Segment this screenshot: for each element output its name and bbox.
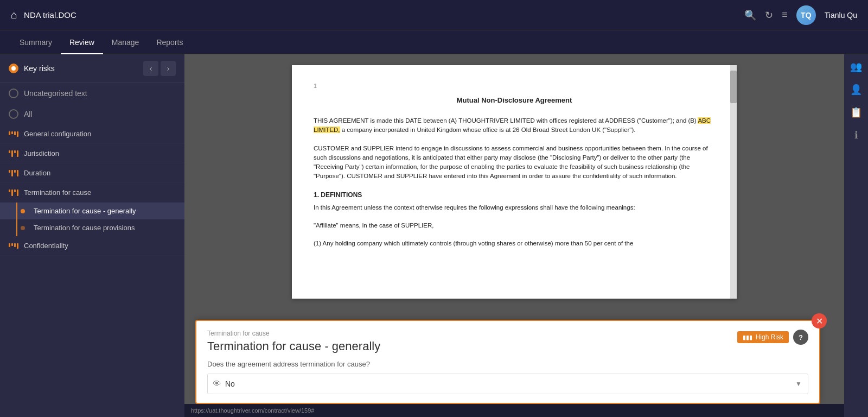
status-url: https://uat.thoughtriver.com/contract/vi… — [191, 407, 314, 414]
users-icon[interactable]: 👥 — [850, 61, 862, 73]
document-icon[interactable]: 📋 — [850, 106, 862, 118]
doc-para2: CUSTOMER and SUPPLIER intend to engage i… — [314, 144, 715, 181]
panel-answer-select[interactable]: No Yes Unknown — [207, 374, 808, 394]
doc-affiliate: "Affiliate" means, in the case of SUPPLI… — [314, 221, 715, 230]
eye-icon: 👁 — [213, 379, 221, 389]
termination-group: Termination for cause - generally Termin… — [0, 203, 184, 236]
general-config-icon — [9, 131, 18, 137]
uncategorised-label: Uncategorised text — [24, 89, 87, 98]
termination-generally-connector — [17, 209, 28, 213]
topbar: ⌂ NDA trial.DOC 🔍 ↻ ≡ TQ Tianlu Qu — [0, 0, 868, 30]
sidebar-item-duration[interactable]: Duration — [0, 163, 184, 183]
help-button[interactable]: ? — [793, 330, 808, 345]
tab-summary[interactable]: Summary — [11, 30, 61, 54]
key-risks-radio[interactable] — [9, 64, 18, 73]
doc-section1-text: In this Agreement unless the context oth… — [314, 203, 715, 212]
next-arrow[interactable]: › — [161, 61, 176, 76]
panel-overlay: ✕ Termination for cause Termination for … — [195, 320, 820, 404]
termination-generally-label: Termination for cause - generally — [34, 207, 136, 215]
sidebar-items-list: General configuration Jurisdiction — [0, 124, 184, 417]
doc-scrollthumb — [730, 71, 737, 103]
doc-para1: THIS AGREEMENT is made this DATE between… — [314, 116, 715, 135]
radio-inner — [11, 66, 16, 71]
jurisdiction-icon — [9, 150, 18, 157]
all-label: All — [24, 110, 33, 118]
uncategorised-radio — [9, 89, 18, 98]
panel-category: Termination for cause — [207, 330, 380, 337]
sidebar-option-all[interactable]: All — [0, 104, 184, 124]
sidebar-item-jurisdiction[interactable]: Jurisdiction — [0, 144, 184, 163]
doc-affiliate-sub: (1) Any holding company which ultimately… — [314, 239, 715, 248]
panel-question: Does the agreement address termination f… — [207, 360, 808, 368]
tab-manage[interactable]: Manage — [103, 30, 148, 54]
nav-tabs: Summary Review Manage Reports — [0, 30, 868, 54]
home-icon[interactable]: ⌂ — [11, 9, 17, 21]
highlight-abc: ABC LIMITED, — [314, 117, 711, 133]
tab-review[interactable]: Review — [61, 30, 103, 54]
info-icon[interactable]: ℹ — [854, 129, 858, 141]
panel-header-right: ▮▮▮ High Risk ? — [737, 330, 808, 345]
high-risk-icon: ▮▮▮ — [743, 334, 752, 341]
key-risks-row: Key risks — [9, 64, 55, 73]
user-name: Tianlu Qu — [825, 11, 857, 20]
sidebar-item-termination-cause[interactable]: Termination for cause — [0, 183, 184, 203]
topbar-left: ⌂ NDA trial.DOC — [11, 9, 76, 21]
search-icon[interactable]: 🔍 — [744, 9, 756, 21]
duration-label: Duration — [24, 169, 50, 177]
termination-connector-line — [16, 203, 17, 236]
doc-viewer[interactable]: 1 Mutual Non-Disclosure Agreement THIS A… — [184, 54, 844, 404]
high-risk-label: High Risk — [756, 333, 783, 341]
nav-arrows: ‹ › — [143, 61, 176, 76]
status-bar: https://uat.thoughtriver.com/contract/vi… — [184, 404, 844, 417]
sidebar: Key risks ‹ › Uncategorised text All — [0, 54, 184, 417]
sidebar-item-general-config[interactable]: General configuration — [0, 124, 184, 144]
panel-header-left: Termination for cause Termination for ca… — [207, 330, 380, 353]
panel-close-button[interactable]: ✕ — [812, 313, 827, 328]
doc-section1-title: 1. DEFINITIONS — [314, 190, 715, 200]
sidebar-item-confidentiality[interactable]: Confidentiality — [0, 236, 184, 256]
sidebar-item-termination-provisions[interactable]: Termination for cause provisions — [0, 219, 184, 236]
high-risk-badge: ▮▮▮ High Risk — [737, 331, 789, 343]
doc-title: NDA trial.DOC — [24, 10, 76, 20]
content-wrapper: 1 Mutual Non-Disclosure Agreement THIS A… — [184, 54, 844, 417]
panel-header: Termination for cause Termination for ca… — [207, 330, 808, 353]
panel-title: Termination for cause - generally — [207, 339, 380, 353]
refresh-icon[interactable]: ↻ — [765, 9, 773, 21]
prev-arrow[interactable]: ‹ — [143, 61, 158, 76]
panel-select-wrap: 👁 No Yes Unknown ▼ — [207, 374, 808, 394]
termination-cause-label: Termination for cause — [24, 188, 91, 197]
termination-cause-icon — [9, 189, 18, 196]
termination-provisions-dot — [21, 226, 25, 230]
sidebar-key-risks-header: Key risks ‹ › — [0, 54, 184, 83]
doc-paper: 1 Mutual Non-Disclosure Agreement THIS A… — [292, 65, 737, 299]
tab-reports[interactable]: Reports — [148, 30, 192, 54]
doc-title: Mutual Non-Disclosure Agreement — [314, 95, 715, 106]
topbar-right: 🔍 ↻ ≡ TQ Tianlu Qu — [744, 5, 857, 25]
termination-generally-dot — [21, 209, 25, 213]
sidebar-item-termination-generally[interactable]: Termination for cause - generally — [0, 203, 184, 219]
topbar-icons: 🔍 ↻ ≡ — [744, 9, 788, 21]
sidebar-option-uncategorised[interactable]: Uncategorised text — [0, 83, 184, 104]
key-risks-label: Key risks — [24, 64, 55, 73]
termination-provisions-connector — [17, 226, 28, 230]
menu-icon[interactable]: ≡ — [782, 9, 788, 21]
confidentiality-icon — [9, 243, 18, 249]
right-sidebar: 👥 👤 📋 ℹ — [844, 54, 868, 417]
general-config-label: General configuration — [24, 130, 91, 138]
avatar[interactable]: TQ — [796, 5, 816, 25]
confidentiality-label: Confidentiality — [24, 242, 68, 250]
jurisdiction-label: Jurisdiction — [24, 149, 59, 157]
main-layout: Key risks ‹ › Uncategorised text All — [0, 54, 868, 417]
user-icon[interactable]: 👤 — [850, 84, 862, 96]
duration-icon — [9, 170, 18, 176]
termination-provisions-label: Termination for cause provisions — [34, 224, 135, 232]
doc-scrollbar[interactable] — [730, 65, 737, 299]
all-radio — [9, 109, 18, 119]
